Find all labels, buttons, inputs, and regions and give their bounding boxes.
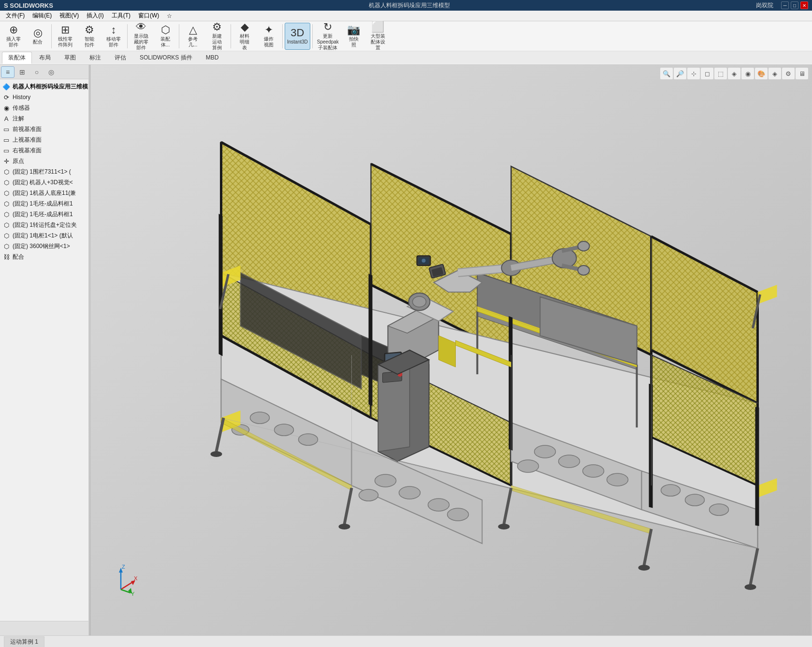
toolbar-separator-1 [51,24,52,48]
view-type-icon[interactable]: ⬚ [714,68,727,79]
reference-geometry-icon: △ [189,25,197,35]
tree-label-9: (固定) 1机器人底座11(兼 [13,189,76,197]
motion-study-tab[interactable]: 运动算例 1 [4,636,44,647]
tree-icon-0: ⟳ [2,93,11,102]
select-filter-icon[interactable]: ⊹ [687,68,700,79]
toolbar-large-assembly[interactable]: ⬜大型装 配体设 置 [366,23,390,50]
toolbar-insert-part[interactable]: ⊕插入零 部件 [2,23,25,50]
tab-solidworks[interactable]: SOLIDWORKS 插件 [133,52,199,64]
tree-label-8: (固定) 机器人+3D视觉< [13,178,73,187]
tab-[interactable]: 标注 [83,52,107,64]
toolbar-materials[interactable]: ◆材料 明细 表 [233,23,256,50]
main-area: ≡⊞○◎ 🔷 机器人料框拆码垛应用三维模 ⟳History◉传感器A注解▭前视基… [0,65,812,635]
left-panel-tab-2[interactable]: ○ [30,66,44,78]
toolbar-mate[interactable]: ◎配合 [26,23,49,50]
menu-item-w[interactable]: 窗口(W) [134,11,163,21]
minimize-button[interactable]: ─ [781,1,789,9]
snapshot-icon: 📷 [347,25,360,35]
tree-item-10[interactable]: ⬡(固定) 1毛坯-成品料框1 [0,198,88,209]
tab-mbd[interactable]: MBD [200,52,225,63]
window-controls: ─ □ ✕ [781,1,808,9]
app-logo: S SOLIDWORKS [4,2,53,9]
monitor-icon[interactable]: 🖥 [796,68,808,79]
large-assembly-label: 大型装 配体设 置 [371,33,385,51]
3d-viewport[interactable]: 🔍 🔎 ⊹ ◻ ⬚ ◈ ◉ 🎨 ◈ ⚙ 🖥 Z X [89,65,812,635]
toolbar-new-motion[interactable]: ⚙新建 运动 算例 [205,23,229,50]
toolbar-explode[interactable]: ✦爆炸 视图 [257,23,280,50]
toolbar-show-hide[interactable]: 👁显示隐 藏的零 部件 [130,23,153,50]
left-panel-tabs: ≡⊞○◎ [0,65,88,79]
menu-item-f[interactable]: 文件(F) [2,11,29,21]
tree-item-12[interactable]: ⬡(固定) 1转运托盘+定位夹 [0,220,88,230]
scenes-icon[interactable]: ◈ [768,68,781,79]
status-bar: 运动算例 1 [0,635,812,647]
materials-label: 材料 明细 表 [240,33,249,51]
view-settings-icon[interactable]: ⚙ [782,68,795,79]
tab-[interactable]: 评估 [108,52,132,64]
tree-root[interactable]: 🔷 机器人料框拆码垛应用三维模 [0,81,88,92]
tree-item-14[interactable]: ⬡(固定) 3600钢丝网<1> [0,241,88,251]
tree-icon-7: ⬡ [2,167,11,176]
tree-root-icon: 🔷 [2,82,11,91]
zoom-out-icon[interactable]: 🔎 [674,68,686,79]
tab-[interactable]: 草图 [58,52,82,64]
svg-point-121 [498,524,510,529]
tree-item-1[interactable]: ◉传感器 [0,103,88,113]
appearance-icon[interactable]: 🎨 [755,68,768,79]
section-view-icon[interactable]: ◈ [728,68,740,79]
menu-item-v[interactable]: 视图(V) [56,11,83,21]
toolbar-smart-fastener[interactable]: ⚙智能 扣件 [78,23,101,50]
svg-point-118 [339,524,350,529]
svg-point-71 [448,508,469,521]
menu-item-e[interactable]: 编辑(E) [29,11,56,21]
tree-item-0[interactable]: ⟳History [0,92,88,103]
svg-text:Z: Z [122,564,125,570]
maximize-button[interactable]: □ [791,1,798,9]
toolbar-separator-6 [179,24,179,48]
tree-item-4[interactable]: ▭上视基准面 [0,134,88,145]
svg-point-80 [661,485,681,496]
toolbar-linear-pattern[interactable]: ⊞线性零 件阵列 [54,23,77,50]
tree-item-3[interactable]: ▭前视基准面 [0,124,88,134]
tree-item-5[interactable]: ▭右视基准面 [0,145,88,156]
tree-icon-9: ⬡ [2,189,11,197]
tab-[interactable]: 布局 [33,52,57,64]
tree-label-15: 配合 [13,253,24,261]
tree-item-11[interactable]: ⬡(固定) 1毛坯-成品料框1 [0,209,88,220]
left-panel-tab-1[interactable]: ⊞ [15,66,29,78]
tree-item-15[interactable]: ⛓配合 [0,251,88,262]
tree-item-6[interactable]: ✛原点 [0,156,88,166]
insert-part-icon: ⊕ [9,25,18,35]
tree-item-2[interactable]: A注解 [0,113,88,124]
tree-item-8[interactable]: ⬡(固定) 机器人+3D视觉< [0,177,88,188]
toolbar-snapshot[interactable]: 📷拍快 照 [342,23,365,50]
tree-item-13[interactable]: ⬡(固定) 1电柜1<1> (默认 [0,230,88,241]
left-panel-tab-0[interactable]: ≡ [1,66,14,78]
tab-[interactable]: 装配体 [2,52,32,64]
tree-label-2: 注解 [13,115,24,123]
view-orient-icon[interactable]: ◻ [701,68,713,79]
zoom-in-icon[interactable]: 🔍 [660,68,673,79]
left-panel-tab-3[interactable]: ◎ [44,66,58,78]
feature-tree[interactable]: 🔷 机器人料框拆码垛应用三维模 ⟳History◉传感器A注解▭前视基准面▭上视… [0,79,88,621]
tree-item-7[interactable]: ⬡(固定) 1围栏7311<1> ( [0,166,88,177]
assembly-features-label: 装配 体... [160,36,170,48]
menu-item-[interactable]: ☆ [163,12,176,20]
svg-point-69 [399,486,420,499]
toolbar-instant3d[interactable]: 3DInstant3D [285,23,310,50]
toolbar-reference-geometry[interactable]: △参考 几... [181,23,204,50]
svg-point-57 [578,265,590,275]
axis-indicator: Z X Y [104,563,138,597]
tree-item-9[interactable]: ⬡(固定) 1机器人底座11(兼 [0,188,88,198]
svg-point-77 [607,473,628,486]
tree-label-6: 原点 [13,157,24,165]
menu-item-i[interactable]: 插入(I) [83,11,107,21]
svg-point-61 [413,296,426,307]
display-style-icon[interactable]: ◉ [741,68,754,79]
close-button[interactable]: ✕ [800,1,808,9]
menu-item-t[interactable]: 工具(T) [108,11,134,21]
toolbar-assembly-features[interactable]: ⬡装配 体... [154,23,177,50]
smart-fastener-icon: ⚙ [85,25,94,35]
toolbar-move-part[interactable]: ↕移动零 部件 [102,23,125,50]
toolbar-update[interactable]: ↻更新 Speedpak 子装配体 [315,23,341,50]
